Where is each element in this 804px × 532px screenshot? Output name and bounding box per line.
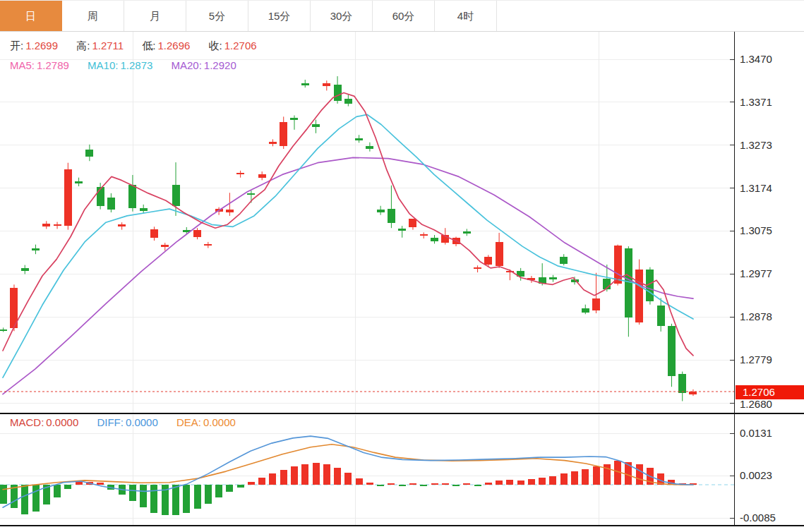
trading-chart-app: 日 周 月 5分 15分 30分 60分 4时 开:1.2699 高:1.271… — [0, 0, 804, 532]
tab-60min[interactable]: 60分 — [373, 1, 435, 31]
tab-4hour[interactable]: 4时 — [435, 1, 497, 31]
tab-day[interactable]: 日 — [0, 1, 62, 31]
tab-month[interactable]: 月 — [124, 1, 186, 31]
tab-week[interactable]: 周 — [62, 1, 124, 31]
tab-5min[interactable]: 5分 — [186, 1, 248, 31]
chart-canvas[interactable] — [0, 0, 804, 532]
timeframe-tabbar: 日 周 月 5分 15分 30分 60分 4时 — [0, 0, 804, 32]
candlestick-macd-chart — [0, 0, 804, 532]
tab-30min[interactable]: 30分 — [311, 1, 373, 31]
tab-15min[interactable]: 15分 — [248, 1, 311, 31]
